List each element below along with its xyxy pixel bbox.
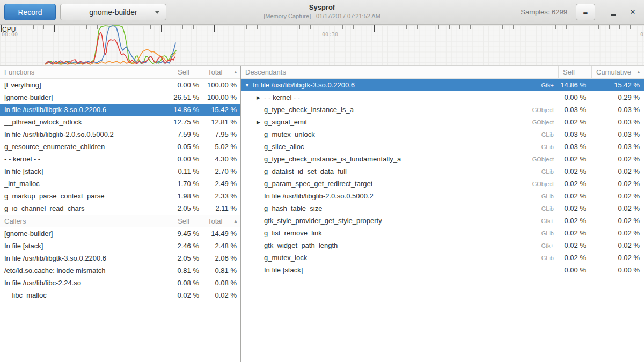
descendants-table-row[interactable]: g_param_spec_get_redirect_targetGObject0… xyxy=(241,178,644,190)
expander-closed-icon[interactable]: ▶ xyxy=(255,95,262,100)
category-label: GLib xyxy=(541,230,558,237)
function-name: g_datalist_id_set_data_full xyxy=(262,167,347,175)
total-percent: 0.08 % xyxy=(203,279,240,287)
cpu-graph[interactable]: CPU 00:0000:3001:00 xyxy=(0,25,644,66)
descendants-header: Descendants Self Cumulative ▲ xyxy=(241,66,644,79)
functions-table-row[interactable]: g_resource_enumerate_children0.05 %5.02 … xyxy=(0,141,240,153)
minimize-button[interactable] xyxy=(606,5,620,19)
total-percent: 5.02 % xyxy=(203,143,240,151)
function-name: In file [stack] xyxy=(0,242,173,250)
functions-table-row[interactable]: In file /usr/lib/libgtk-3.so.0.2200.614.… xyxy=(0,104,240,116)
functions-self-column-header[interactable]: Self xyxy=(173,66,203,78)
total-percent: 100.00 % xyxy=(203,93,240,101)
record-button[interactable]: Record xyxy=(4,4,56,20)
function-name: __pthread_rwlock_rdlock xyxy=(0,118,173,126)
callers-table: Callers Self Total ▲ [gnome-builder]9.45… xyxy=(0,215,240,301)
descendants-table-row[interactable]: g_mutex_unlockGLib0.03 %0.03 % xyxy=(241,128,644,141)
self-percent: 1.70 % xyxy=(173,180,203,188)
descendants-table-row[interactable]: g_list_remove_linkGLib0.02 %0.02 % xyxy=(241,227,644,239)
callers-rows: [gnome-builder]9.45 %14.49 %In file [sta… xyxy=(0,227,240,301)
descendants-table-row[interactable]: g_slice_allocGLib0.03 %0.03 % xyxy=(241,141,644,153)
cumulative-percent: 0.02 % xyxy=(591,241,644,249)
expander-open-icon[interactable]: ▼ xyxy=(244,83,251,88)
self-percent: 0.02 % xyxy=(558,241,591,249)
callers-total-column-header[interactable]: Total ▲ xyxy=(203,215,240,227)
cumulative-percent: 0.02 % xyxy=(591,229,644,237)
descendants-rows: ▼In file /usr/lib/libgtk-3.so.0.2200.6Gt… xyxy=(241,79,644,276)
function-name: [Everything] xyxy=(0,81,173,89)
functions-table-row[interactable]: __pthread_rwlock_rdlock12.75 %12.81 % xyxy=(0,116,240,128)
total-percent: 2.48 % xyxy=(203,242,240,250)
function-name: g_hash_table_size xyxy=(262,204,322,212)
function-name: g_signal_emit xyxy=(262,118,307,126)
functions-table-row[interactable]: In file [stack]0.11 %2.70 % xyxy=(0,165,240,178)
callers-table-row[interactable]: In file [stack]2.46 %2.48 % xyxy=(0,240,240,252)
descendants-table-row[interactable]: gtk_widget_path_lengthGtk+0.02 %0.02 % xyxy=(241,239,644,252)
cumulative-percent: 0.00 % xyxy=(591,266,644,274)
functions-table-row[interactable]: g_io_channel_read_chars2.05 %2.11 % xyxy=(0,202,240,215)
self-percent: 14.86 % xyxy=(173,106,203,114)
chevron-down-icon xyxy=(155,11,159,14)
self-percent: 0.02 % xyxy=(558,155,591,163)
callers-self-column-header[interactable]: Self xyxy=(173,215,203,227)
descendants-table-row[interactable]: ▶- - kernel - -0.00 %0.29 % xyxy=(241,91,644,104)
cumulative-percent: 0.03 % xyxy=(591,130,644,138)
descendants-table-row[interactable]: g_type_check_instance_is_fundamentally_a… xyxy=(241,153,644,165)
descendants-cumulative-label: Cumulative xyxy=(596,68,631,76)
functions-total-column-header[interactable]: Total ▲ xyxy=(203,66,240,78)
descendants-column-header[interactable]: Descendants xyxy=(241,66,558,78)
process-selector-dropdown[interactable]: gnome-builder xyxy=(60,4,166,20)
total-percent: 14.49 % xyxy=(203,230,240,238)
callers-column-header[interactable]: Callers xyxy=(0,215,173,227)
expander-closed-icon[interactable]: ▶ xyxy=(255,120,262,125)
category-label: Gtk+ xyxy=(541,242,558,249)
function-name: In file [stack] xyxy=(0,167,173,175)
functions-column-header[interactable]: Functions xyxy=(0,66,173,78)
descendants-self-column-header[interactable]: Self xyxy=(558,66,591,78)
category-label: GObject xyxy=(532,156,558,162)
cumulative-percent: 0.03 % xyxy=(591,106,644,114)
category-label: GObject xyxy=(532,181,558,187)
callers-table-row[interactable]: In file /usr/lib/libgtk-3.so.0.2200.62.0… xyxy=(0,252,240,264)
functions-header: Functions Self Total ▲ xyxy=(0,66,240,79)
descendants-table-row[interactable]: g_datalist_id_set_data_fullGLib0.02 %0.0… xyxy=(241,165,644,178)
self-percent: 0.02 % xyxy=(558,180,591,188)
cumulative-percent: 0.02 % xyxy=(591,180,644,188)
descendants-table-row[interactable]: In file /usr/lib/libglib-2.0.so.0.5000.2… xyxy=(241,190,644,202)
close-button[interactable]: ✕ xyxy=(626,5,640,19)
callers-table-row[interactable]: In file /usr/lib/libc-2.24.so0.08 %0.08 … xyxy=(0,277,240,289)
callers-table-row[interactable]: __libc_malloc0.02 %0.02 % xyxy=(0,289,240,301)
menu-button[interactable]: ≡ xyxy=(576,4,595,20)
functions-table-row[interactable]: [Everything]0.00 %100.00 % xyxy=(0,79,240,91)
functions-table-row[interactable]: _int_malloc1.70 %2.49 % xyxy=(0,178,240,190)
descendants-table-row[interactable]: In file [stack]0.00 %0.00 % xyxy=(241,264,644,276)
self-percent: 0.02 % xyxy=(558,254,591,262)
descendants-table-row[interactable]: g_hash_table_sizeGLib0.02 %0.02 % xyxy=(241,202,644,215)
cumulative-percent: 0.03 % xyxy=(591,118,644,126)
functions-table-row[interactable]: - - kernel - -0.00 %4.30 % xyxy=(0,153,240,165)
category-label: GLib xyxy=(541,255,558,261)
function-name: In file /usr/lib/libglib-2.0.so.0.5000.2 xyxy=(262,192,374,200)
descendants-table-row[interactable]: g_type_check_instance_is_aGObject0.03 %0… xyxy=(241,104,644,116)
header-separator xyxy=(601,6,601,19)
descendants-table-row[interactable]: gtk_style_provider_get_style_propertyGtk… xyxy=(241,215,644,227)
descendants-table-row[interactable]: ▼In file /usr/lib/libgtk-3.so.0.2200.6Gt… xyxy=(241,79,644,91)
function-name: In file /usr/lib/libgtk-3.so.0.2200.6 xyxy=(251,81,355,89)
descendants-table-row[interactable]: g_mutex_lockGLib0.02 %0.02 % xyxy=(241,252,644,264)
self-percent: 0.02 % xyxy=(558,167,591,175)
callers-table-row[interactable]: /etc/ld.so.cache: inode mismatch0.81 %0.… xyxy=(0,264,240,277)
descendants-table-row[interactable]: ▶g_signal_emitGObject0.02 %0.03 % xyxy=(241,116,644,128)
cumulative-percent: 0.29 % xyxy=(591,93,644,101)
functions-table-row[interactable]: In file /usr/lib/libglib-2.0.so.0.5000.2… xyxy=(0,128,240,141)
function-name: In file /usr/lib/libglib-2.0.so.0.5000.2 xyxy=(0,130,173,138)
header-bar: Record gnome-builder Sysprof [Memory Cap… xyxy=(0,0,644,25)
total-percent: 2.11 % xyxy=(203,204,240,212)
descendants-cumulative-column-header[interactable]: Cumulative ▲ xyxy=(591,66,644,78)
cumulative-percent: 0.02 % xyxy=(591,254,644,262)
functions-table-row[interactable]: [gnome-builder]26.51 %100.00 % xyxy=(0,91,240,104)
total-percent: 100.00 % xyxy=(203,81,240,89)
self-percent: 0.02 % xyxy=(173,291,203,299)
functions-table-row[interactable]: g_markup_parse_context_parse1.98 %2.33 % xyxy=(0,190,240,202)
callers-table-row[interactable]: [gnome-builder]9.45 %14.49 % xyxy=(0,227,240,240)
function-name: g_io_channel_read_chars xyxy=(0,204,173,212)
